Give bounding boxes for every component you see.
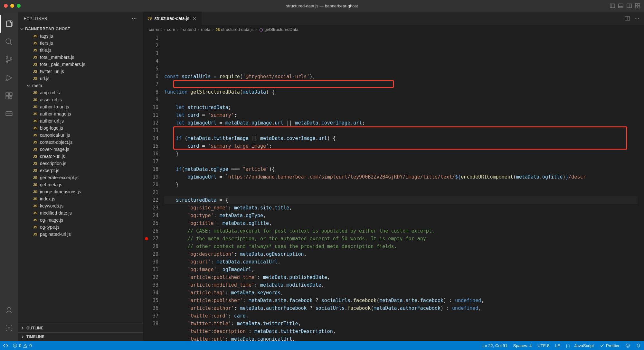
file-item[interactable]: JStags.js [18, 32, 143, 40]
file-item[interactable]: JSimage-dimensions.js [18, 188, 143, 195]
breadcrumb-item[interactable]: frontend [180, 27, 196, 32]
file-list[interactable]: JStags.jsJStiers.jsJStitle.jsJStotal_mem… [18, 32, 143, 324]
minimap[interactable] [638, 34, 644, 341]
activity-debug[interactable] [0, 69, 18, 87]
code-line[interactable]: 'og:description': metaData.ogDescription… [164, 250, 638, 258]
file-item[interactable]: JStitle.js [18, 47, 143, 54]
file-item[interactable]: JScover-image.js [18, 146, 143, 153]
code-line[interactable]: 'og:image': ogImageUrl, [164, 266, 638, 273]
code-line[interactable]: function getStructuredData(metaData) { [164, 88, 638, 96]
code-line[interactable]: // other context and *always* uses the p… [164, 243, 638, 250]
file-item[interactable]: JStwitter_url.js [18, 68, 143, 75]
file-item[interactable]: JStotal_members.js [18, 54, 143, 61]
close-icon[interactable] [192, 16, 197, 21]
status-position[interactable]: Ln 22, Col 91 [482, 343, 507, 348]
status-feedback[interactable] [625, 343, 630, 348]
code-line[interactable] [164, 80, 638, 88]
file-item[interactable]: JSdescription.js [18, 160, 143, 167]
file-item[interactable]: JSget-meta.js [18, 181, 143, 188]
file-item[interactable]: JSgenerate-excerpt.js [18, 174, 143, 181]
file-item[interactable]: JStiers.js [18, 40, 143, 47]
tab-active[interactable]: JS structured-data.js [143, 12, 202, 25]
code-line[interactable]: // CASE: metaData.excerpt for post conte… [164, 227, 638, 235]
folder-item[interactable]: meta [18, 82, 143, 89]
code-line[interactable]: let card = 'summary'; [164, 111, 638, 119]
status-encoding[interactable]: UTF-8 [537, 343, 549, 348]
breadcrumb-item[interactable]: JS structured-data.js [216, 27, 254, 32]
file-item[interactable]: JSmodified-date.js [18, 209, 143, 216]
file-item[interactable]: JScanonical-url.js [18, 132, 143, 139]
activity-remote[interactable] [0, 105, 18, 123]
file-item[interactable]: JSpaginated-url.js [18, 231, 143, 238]
code-line[interactable]: 'article:author': metaData.authorFaceboo… [164, 304, 638, 312]
project-root[interactable]: BANNERBEAR-GHOST [18, 25, 143, 32]
code-line[interactable]: 'og:title': metaData.ogTitle, [164, 219, 638, 227]
breadcrumb-item[interactable]: getStructuredData [259, 27, 298, 32]
status-bell[interactable] [636, 343, 641, 348]
code-line[interactable]: const socialUrls = require('@tryghost/so… [164, 73, 638, 80]
breadcrumb-item[interactable]: core [167, 27, 175, 32]
code-line[interactable] [164, 158, 638, 165]
status-language[interactable]: { } JavaScript [566, 343, 594, 348]
code-editor[interactable]: 1234567891011121314151617181920212223242… [143, 34, 644, 341]
activity-settings[interactable] [0, 319, 18, 337]
outline-section[interactable]: OUTLINE [18, 324, 143, 332]
panel-bottom-icon[interactable] [618, 3, 623, 8]
more-actions-icon[interactable]: ⋯ [634, 15, 639, 22]
code-line[interactable]: } [164, 150, 638, 158]
status-remote[interactable] [3, 343, 8, 348]
file-item[interactable]: JSauthor-image.js [18, 110, 143, 117]
sidebar-more-icon[interactable]: ⋯ [132, 15, 137, 22]
code-content[interactable]: const socialUrls = require('@tryghost/so… [164, 34, 638, 341]
code-line[interactable]: let ogImageUrl = metaData.ogImage.url ||… [164, 119, 638, 127]
window-minimize-button[interactable] [10, 4, 14, 8]
code-line[interactable] [164, 96, 638, 104]
code-line[interactable]: 'article:published_time': metaData.publi… [164, 273, 638, 281]
timeline-section[interactable]: TIMELINE [18, 332, 143, 341]
code-line[interactable]: 'article:publisher': metaData.site.faceb… [164, 297, 638, 304]
file-item[interactable]: JSasset-url.js [18, 96, 143, 103]
code-line[interactable] [164, 189, 638, 196]
file-item[interactable]: JSamp-url.js [18, 89, 143, 96]
breadcrumb-item[interactable]: meta [201, 27, 211, 32]
file-item[interactable]: JSexcerpt.js [18, 167, 143, 174]
file-item[interactable]: JScreator-url.js [18, 153, 143, 160]
code-line[interactable]: } [164, 181, 638, 189]
panel-layout-icon[interactable] [610, 3, 615, 8]
code-line[interactable]: ogImageUrl = `https://ondemand.bannerbea… [164, 173, 638, 181]
code-line[interactable]: 'twitter:description': metaData.twitterD… [164, 327, 638, 335]
code-line[interactable]: let structuredData; [164, 104, 638, 111]
code-line[interactable]: 'og:url': metaData.canonicalUrl, [164, 258, 638, 266]
status-eol[interactable]: LF [555, 343, 560, 348]
panel-right-icon[interactable] [627, 3, 632, 8]
file-item[interactable]: JSauthor-url.js [18, 117, 143, 124]
file-item[interactable]: JSog-image.js [18, 216, 143, 224]
code-line[interactable]: 'twitter:card': card, [164, 312, 638, 320]
window-maximize-button[interactable] [17, 4, 21, 8]
file-item[interactable]: JStotal_paid_members.js [18, 61, 143, 68]
code-line[interactable]: 'article:tag': metaData.keywords, [164, 289, 638, 297]
file-item[interactable]: JSurl.js [18, 75, 143, 82]
status-indent[interactable]: Spaces: 4 [513, 343, 532, 348]
status-formatter[interactable]: Prettier [600, 343, 620, 348]
file-item[interactable]: JSkeywords.js [18, 202, 143, 209]
file-item[interactable]: JSindex.js [18, 195, 143, 202]
code-line[interactable]: 'og:type': metaData.ogType, [164, 212, 638, 219]
activity-search[interactable] [0, 33, 18, 51]
code-line[interactable]: if (metaData.twitterImage || metaData.co… [164, 134, 638, 142]
customize-layout-icon[interactable] [635, 3, 640, 8]
breadcrumb-item[interactable]: current [149, 27, 162, 32]
activity-extensions[interactable] [0, 87, 18, 105]
code-line[interactable] [164, 127, 638, 134]
breakpoint-icon[interactable] [145, 237, 148, 240]
breadcrumb[interactable]: current›core›frontend›meta›JS structured… [143, 25, 644, 34]
code-line[interactable]: // the meta description, or the automate… [164, 235, 638, 243]
file-item[interactable]: JScontext-object.js [18, 139, 143, 146]
split-editor-icon[interactable] [625, 16, 630, 21]
activity-source-control[interactable] [0, 51, 18, 69]
code-line[interactable]: if(metaData.ogType === "article"){ [164, 165, 638, 173]
activity-accounts[interactable] [0, 301, 18, 319]
file-item[interactable]: JSog-type.js [18, 224, 143, 231]
activity-explorer[interactable] [0, 15, 18, 33]
code-line[interactable]: 'twitter:url': metaData.canonicalUrl, [164, 335, 638, 341]
